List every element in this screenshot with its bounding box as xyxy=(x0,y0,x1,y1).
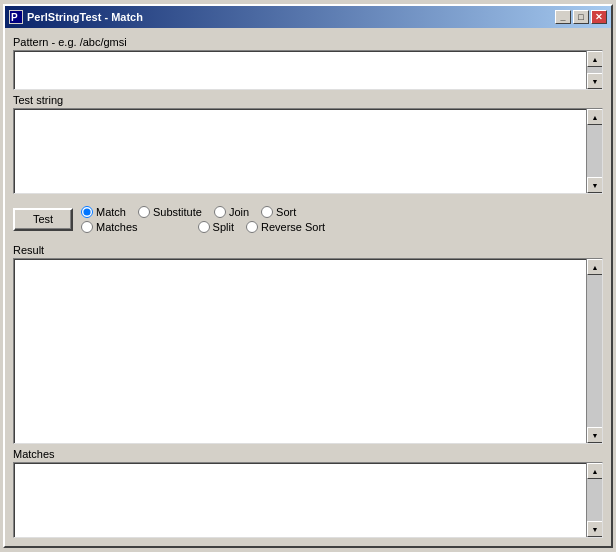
window-title: PerlStringTest - Match xyxy=(27,11,555,23)
radio-match-label[interactable]: Match xyxy=(96,206,126,218)
controls-row: Test Match Substitute Join xyxy=(13,198,603,240)
matches-scroll-track xyxy=(587,479,602,521)
result-scroll-track xyxy=(587,275,602,427)
radio-split-label[interactable]: Split xyxy=(213,221,234,233)
minimize-button[interactable]: _ xyxy=(555,10,571,24)
teststring-scroll-track xyxy=(587,125,602,177)
result-label: Result xyxy=(13,244,603,256)
svg-text:P: P xyxy=(11,12,18,23)
result-textarea[interactable] xyxy=(14,259,602,443)
pattern-input[interactable] xyxy=(14,51,586,89)
close-button[interactable]: ✕ xyxy=(591,10,607,24)
result-scrollbar: ▲ ▼ xyxy=(586,259,602,443)
teststring-scrollbar: ▲ ▼ xyxy=(586,109,602,193)
matches-scroll-up[interactable]: ▲ xyxy=(587,463,603,479)
teststring-scroll-up[interactable]: ▲ xyxy=(587,109,603,125)
radio-substitute: Substitute xyxy=(138,206,202,218)
radio-split: Split xyxy=(198,221,234,233)
teststring-label: Test string xyxy=(13,94,603,106)
radio-sort: Sort xyxy=(261,206,296,218)
test-button[interactable]: Test xyxy=(13,208,73,231)
radio-sort-label[interactable]: Sort xyxy=(276,206,296,218)
matches-label: Matches xyxy=(13,448,603,460)
radio-matches: Matches xyxy=(81,221,138,233)
window-icon: P xyxy=(9,10,23,24)
title-bar: P PerlStringTest - Match _ □ ✕ xyxy=(5,6,611,28)
matches-textarea[interactable] xyxy=(14,463,602,537)
title-bar-buttons: _ □ ✕ xyxy=(555,10,607,24)
teststring-section: Test string ▲ ▼ xyxy=(13,94,603,194)
radio-reversesort-label[interactable]: Reverse Sort xyxy=(261,221,325,233)
teststring-textarea[interactable] xyxy=(14,109,602,193)
matches-section: Matches ▲ ▼ xyxy=(13,448,603,538)
teststring-scroll-down[interactable]: ▼ xyxy=(587,177,603,193)
pattern-label: Pattern - e.g. /abc/gmsi xyxy=(13,36,603,48)
pattern-section: Pattern - e.g. /abc/gmsi ▲ ▼ xyxy=(13,36,603,90)
pattern-scroll-down[interactable]: ▼ xyxy=(587,73,603,89)
matches-scroll-down[interactable]: ▼ xyxy=(587,521,603,537)
maximize-button[interactable]: □ xyxy=(573,10,589,24)
main-window: P PerlStringTest - Match _ □ ✕ Pattern -… xyxy=(3,4,613,548)
window-content: Pattern - e.g. /abc/gmsi ▲ ▼ Test string xyxy=(5,28,611,546)
radio-group: Match Substitute Join Sort xyxy=(81,206,337,233)
radio-row-2: Matches Split Reverse Sort xyxy=(81,221,337,233)
pattern-scroll-up[interactable]: ▲ xyxy=(587,51,603,67)
result-scroll-down[interactable]: ▼ xyxy=(587,427,603,443)
result-scroll-up[interactable]: ▲ xyxy=(587,259,603,275)
radio-join: Join xyxy=(214,206,249,218)
matches-scrollbar: ▲ ▼ xyxy=(586,463,602,537)
radio-match: Match xyxy=(81,206,126,218)
radio-substitute-label[interactable]: Substitute xyxy=(153,206,202,218)
radio-join-label[interactable]: Join xyxy=(229,206,249,218)
pattern-scrollbar: ▲ ▼ xyxy=(586,51,602,89)
radio-reversesort: Reverse Sort xyxy=(246,221,325,233)
result-section: Result ▲ ▼ xyxy=(13,244,603,444)
radio-matches-label[interactable]: Matches xyxy=(96,221,138,233)
radio-row-1: Match Substitute Join Sort xyxy=(81,206,337,218)
